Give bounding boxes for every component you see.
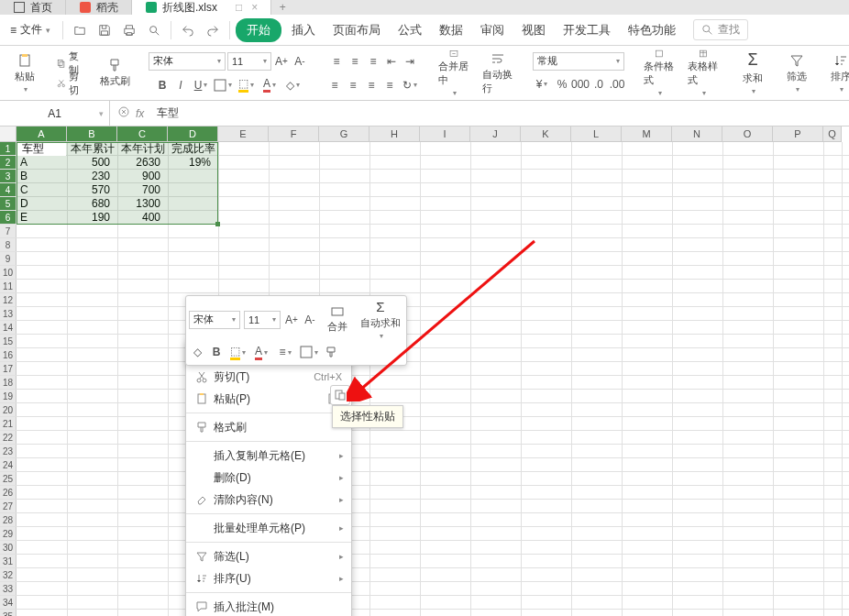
formula-input[interactable]: 车型	[151, 105, 849, 121]
font-color-icon[interactable]: A▾	[259, 75, 281, 95]
file-tab[interactable]: 折线图.xlsx □ ×	[132, 0, 271, 15]
row-header[interactable]: 1	[0, 142, 17, 156]
column-header[interactable]: D	[168, 126, 218, 142]
row-header[interactable]: 19	[0, 390, 17, 403]
column-header[interactable]: C	[117, 126, 168, 142]
paste-special-flyout[interactable]	[330, 385, 350, 405]
orientation-icon[interactable]: ↻▾	[400, 75, 420, 95]
row-header[interactable]: 22	[0, 431, 17, 445]
row-header[interactable]: 27	[0, 500, 17, 513]
redo-icon[interactable]	[202, 20, 224, 40]
row-header[interactable]: 7	[0, 225, 17, 238]
column-header[interactable]: K	[521, 126, 571, 142]
font-name-select[interactable]: 宋体▾	[149, 52, 226, 71]
ctx-clear[interactable]: 清除内容(N) ▸	[186, 489, 351, 511]
row-header[interactable]: 30	[0, 541, 17, 555]
row-header[interactable]: 9	[0, 252, 17, 266]
row-header[interactable]: 32	[0, 568, 17, 582]
ctx-sort[interactable]: 排序(U) ▸	[186, 567, 351, 589]
row-header[interactable]: 16	[0, 348, 17, 362]
wrap-button[interactable]: 自动换行	[482, 50, 513, 97]
decimal-decrease-icon[interactable]: .00	[609, 74, 625, 94]
row-header[interactable]: 18	[0, 376, 17, 390]
row-header[interactable]: 4	[0, 183, 17, 197]
mini-border-icon[interactable]: ▾	[299, 342, 319, 362]
cond-format-button[interactable]: 条件格式▾	[644, 50, 675, 97]
column-header[interactable]: E	[218, 126, 269, 142]
row-header[interactable]: 31	[0, 555, 17, 568]
dao-tab[interactable]: 稻壳	[66, 0, 132, 15]
filter-button[interactable]: 筛选▾	[781, 50, 812, 97]
row-header[interactable]: 21	[0, 417, 17, 431]
ctx-batch[interactable]: 批量处理单元格(P) ▸	[186, 517, 351, 539]
add-tab-button[interactable]: +	[271, 0, 293, 15]
mini-clear-icon[interactable]: ◇	[189, 342, 205, 362]
mini-sum-button[interactable]: Σ自动求和▾	[358, 299, 403, 340]
ctx-insert-copied[interactable]: 插入复制单元格(E) ▸	[186, 445, 351, 467]
row-header[interactable]: 3	[0, 170, 17, 183]
home-tab[interactable]: 首页	[0, 0, 66, 15]
menu-special[interactable]: 特色功能	[621, 18, 683, 42]
menu-view[interactable]: 视图	[514, 18, 553, 42]
menu-layout[interactable]: 页面布局	[325, 18, 388, 42]
save-icon[interactable]	[94, 20, 116, 40]
align-center-icon[interactable]: ≡	[345, 75, 361, 95]
menu-data[interactable]: 数据	[432, 18, 470, 42]
align-bottom-icon[interactable]: ≡	[365, 51, 381, 72]
fx-cancel-icon[interactable]	[117, 105, 130, 121]
bold-icon[interactable]: B	[154, 75, 171, 95]
row-header[interactable]: 5	[0, 197, 17, 211]
mini-bold-icon[interactable]: B	[209, 342, 224, 362]
column-header[interactable]: F	[269, 126, 319, 142]
row-header[interactable]: 6	[0, 211, 17, 225]
font-size-select[interactable]: 11▾	[227, 52, 271, 71]
column-header[interactable]: G	[319, 126, 369, 142]
sort-button[interactable]: 排序▾	[825, 50, 849, 97]
row-header[interactable]: 17	[0, 362, 17, 376]
menu-start[interactable]: 开始	[236, 18, 281, 42]
ctx-insert-comment[interactable]: 插入批注(M)	[186, 596, 351, 616]
ctx-delete[interactable]: 删除(D) ▸	[186, 467, 351, 489]
row-header[interactable]: 11	[0, 280, 17, 293]
mini-font-decrease-icon[interactable]: A-	[303, 310, 317, 330]
indent-decrease-icon[interactable]: ⇤	[383, 51, 400, 72]
menu-review[interactable]: 审阅	[473, 18, 512, 42]
decimal-increase-icon[interactable]: .0	[590, 74, 607, 94]
ctx-format-painter[interactable]: 格式刷	[186, 416, 351, 438]
column-header[interactable]: A	[17, 126, 67, 142]
row-header[interactable]: 29	[0, 527, 17, 541]
align-right-icon[interactable]: ≡	[363, 75, 380, 95]
table-style-button[interactable]: 表格样式▾	[688, 50, 719, 97]
ctx-cut[interactable]: 剪切(T) Ctrl+X	[186, 366, 351, 388]
row-header[interactable]: 14	[0, 321, 17, 335]
column-header[interactable]: I	[420, 126, 470, 142]
row-header[interactable]: 28	[0, 513, 17, 527]
mini-fill-color-icon[interactable]: ⬚▾	[227, 342, 248, 362]
row-header[interactable]: 35	[0, 610, 17, 616]
column-header[interactable]: L	[571, 126, 622, 142]
mini-merge-button[interactable]: 合并	[321, 305, 354, 334]
row-header[interactable]: 12	[0, 293, 17, 307]
column-header[interactable]: M	[622, 126, 672, 142]
name-box[interactable]: A1▾	[0, 101, 110, 126]
font-decrease-icon[interactable]: A-	[292, 51, 308, 72]
menu-dev[interactable]: 开发工具	[556, 18, 618, 42]
column-header[interactable]: Q	[823, 126, 842, 142]
column-header[interactable]: O	[722, 126, 773, 142]
column-header[interactable]: J	[470, 126, 521, 142]
mini-align-icon[interactable]: ≡▾	[275, 342, 295, 362]
file-menu-dropdown[interactable]: ≡ 文件 ▾	[4, 19, 57, 40]
underline-icon[interactable]: U▾	[191, 75, 211, 95]
mini-font-size[interactable]: 11▾	[244, 311, 281, 329]
column-header[interactable]: P	[773, 126, 823, 142]
mini-font-increase-icon[interactable]: A+	[284, 310, 299, 330]
close-tab-icon[interactable]: ×	[251, 1, 258, 14]
cut-button[interactable]: 剪切	[53, 74, 86, 93]
menu-formula[interactable]: 公式	[391, 18, 429, 42]
format-painter-button[interactable]: 格式刷	[99, 50, 130, 97]
mini-format-painter-icon[interactable]	[323, 342, 339, 362]
folder-icon[interactable]	[69, 20, 91, 40]
select-all-corner[interactable]	[0, 126, 17, 142]
percent-icon[interactable]: %	[554, 74, 570, 94]
mini-font-name[interactable]: 宋体▾	[189, 311, 240, 329]
